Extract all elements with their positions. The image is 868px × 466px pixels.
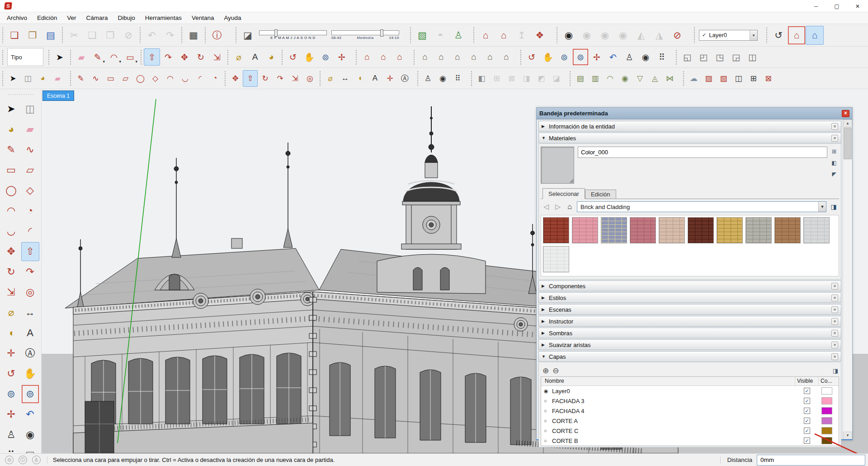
column-visible[interactable]: Visible xyxy=(795,377,819,385)
delete-camera-icon[interactable]: ⊘ xyxy=(668,26,686,45)
zoom-2-icon[interactable]: ⊚ xyxy=(556,48,572,66)
move-l-icon[interactable]: ✥ xyxy=(228,70,243,87)
dimension-icon[interactable]: ↔ xyxy=(21,303,39,322)
toolbar-grip[interactable] xyxy=(413,49,415,65)
pan-icon[interactable]: ✋ xyxy=(301,48,317,66)
eraser-l-icon[interactable]: ▰ xyxy=(50,70,65,87)
line-icon[interactable]: ✎ xyxy=(2,140,20,159)
two-point-arc-icon[interactable]: ◡ xyxy=(178,70,193,87)
position-camera-icon[interactable]: ♙ xyxy=(2,425,20,444)
follow-me-icon[interactable]: ↷ xyxy=(21,262,39,281)
column-nombre[interactable]: Nombre xyxy=(541,377,795,385)
freehand-icon[interactable]: ∿ xyxy=(88,70,103,87)
extension-warehouse-icon[interactable]: ❖ xyxy=(531,26,549,45)
push-pull-l-icon[interactable]: ⇧ xyxy=(243,70,258,87)
rectangle-icon[interactable]: ▭ xyxy=(2,161,20,180)
texture-tweak-icon[interactable]: ▧ xyxy=(716,70,731,87)
pie-icon[interactable]: ◔ xyxy=(208,70,222,87)
resize-corner-icon[interactable] xyxy=(569,179,573,183)
view-cone-icon[interactable]: ◭ xyxy=(632,26,650,45)
pie-icon[interactable]: ◔ xyxy=(21,201,39,220)
date-slider-bar[interactable] xyxy=(259,30,327,35)
solid-split-icon[interactable]: ◪ xyxy=(549,70,564,87)
push-pull-icon[interactable]: ⇧ xyxy=(144,48,160,66)
drape-icon[interactable]: ▽ xyxy=(632,70,647,87)
layer-radio[interactable]: ○ xyxy=(544,428,550,433)
polygon-icon[interactable]: ◇ xyxy=(21,181,39,200)
redo-icon[interactable]: ↷ xyxy=(161,26,179,45)
view-frustum-icon[interactable]: ◮ xyxy=(650,26,668,45)
paste-icon[interactable]: ❒ xyxy=(101,26,119,45)
toolbar-grip[interactable] xyxy=(472,27,475,43)
tape-measure-icon[interactable]: ⌀ xyxy=(2,303,20,322)
remove-layer-icon[interactable]: ⊖ xyxy=(552,366,559,376)
shapes-icon[interactable]: ▭▾ xyxy=(122,48,138,66)
text-icon[interactable]: A xyxy=(247,48,263,66)
sample-paint-icon[interactable]: ◤ xyxy=(830,170,838,178)
toolbar-grip[interactable] xyxy=(693,27,696,43)
new-icon[interactable]: ❏ xyxy=(5,26,24,45)
layer-color-swatch[interactable] xyxy=(821,417,832,424)
zoom-extents-icon[interactable]: ✢ xyxy=(334,48,350,66)
layer-radio[interactable]: ○ xyxy=(544,408,550,414)
text-l-icon[interactable]: A xyxy=(368,70,382,87)
protractor-icon[interactable]: ◖ xyxy=(2,323,20,342)
orbit-icon[interactable]: ↺ xyxy=(2,364,20,383)
scale-l-icon[interactable]: ⇲ xyxy=(288,70,302,87)
orbit-icon[interactable]: ↺ xyxy=(285,48,301,66)
tab-edicion[interactable]: Edición xyxy=(585,190,616,199)
layer-row[interactable]: ○CORTE B✓ xyxy=(541,436,839,446)
share-model-icon[interactable]: ⌂ xyxy=(476,26,495,45)
paint-bucket-icon[interactable]: ◕ xyxy=(2,120,20,139)
layer-color-swatch[interactable] xyxy=(821,397,832,404)
distance-input[interactable] xyxy=(757,455,865,466)
toggle-shadows-icon[interactable]: ◪ xyxy=(239,26,257,45)
active-layer-dropdown[interactable]: ✓Layer0▾ xyxy=(699,30,758,41)
expand-triangle-icon[interactable]: ▶ xyxy=(542,319,549,323)
rotated-rectangle-icon[interactable]: ▱ xyxy=(21,161,39,180)
photo-textures-icon[interactable]: ♙ xyxy=(449,26,467,45)
view-front-icon[interactable]: ⌂ xyxy=(449,48,466,66)
position-camera-l-icon[interactable]: ♙ xyxy=(420,70,435,87)
tray-title-bar[interactable]: Bandeja predeterminada × xyxy=(537,108,852,119)
previous-view-icon[interactable]: ↶ xyxy=(605,48,621,66)
material-pavers-tan[interactable] xyxy=(659,217,685,243)
maximize-button[interactable]: ▢ xyxy=(826,0,847,12)
time-slider-handle[interactable] xyxy=(380,29,383,37)
add-layer-icon[interactable]: ⊕ xyxy=(542,366,549,376)
layer-radio[interactable]: ○ xyxy=(544,418,550,423)
rectangle-icon[interactable]: ▭ xyxy=(103,70,118,87)
section-instructor[interactable]: ▶Instructor× xyxy=(538,316,841,327)
zoom-icon[interactable]: ⊚ xyxy=(2,385,20,404)
layer-radio[interactable]: ◉ xyxy=(544,388,550,394)
add-detail-icon[interactable]: ◬ xyxy=(647,70,662,87)
column-color[interactable]: Co... xyxy=(819,377,839,385)
forward-arrow-icon[interactable]: ▷ xyxy=(553,203,562,211)
toolbar-grip[interactable] xyxy=(1,71,4,86)
toolbar-grip[interactable] xyxy=(319,71,321,86)
rotate-icon[interactable]: ↻ xyxy=(193,48,209,66)
print-icon[interactable]: ▦ xyxy=(184,26,203,45)
material-stone-blue[interactable] xyxy=(601,217,627,243)
shadow-date-slider[interactable]: E F M A M J J A S O N D xyxy=(259,28,327,43)
layer-color-swatch[interactable] xyxy=(821,437,832,444)
preview-animation-icon[interactable]: ◉ xyxy=(578,26,596,45)
material-plaster-white[interactable] xyxy=(543,246,569,272)
model-info-icon[interactable]: ⓘ xyxy=(208,26,226,45)
solid-intersect-icon[interactable]: ⊞ xyxy=(489,70,504,87)
expand-triangle-icon[interactable]: ▶ xyxy=(542,124,549,128)
toolbar-grip[interactable] xyxy=(226,49,229,65)
toolbar-grip[interactable] xyxy=(224,71,226,86)
three-point-arc-icon[interactable]: ◜ xyxy=(193,70,208,87)
toolbar-grip[interactable] xyxy=(61,27,64,43)
collapse-triangle-icon[interactable]: ▼ xyxy=(542,136,549,140)
tape-measure-icon[interactable]: ⌀ xyxy=(231,48,247,66)
walk-l-icon[interactable]: ⠿ xyxy=(450,70,465,87)
tape-l-icon[interactable]: ⌀ xyxy=(323,70,338,87)
look-around-l-icon[interactable]: ◉ xyxy=(435,70,450,87)
section-soften-edges[interactable]: ▶Suavizar aristas× xyxy=(538,339,841,350)
share-model-2-icon[interactable]: ⌂ xyxy=(375,48,392,66)
menu-ayuda[interactable]: Ayuda xyxy=(219,12,246,24)
section-plane-icon[interactable]: ↺ xyxy=(769,26,788,45)
zoom-window-icon[interactable]: ⊚ xyxy=(572,48,589,66)
